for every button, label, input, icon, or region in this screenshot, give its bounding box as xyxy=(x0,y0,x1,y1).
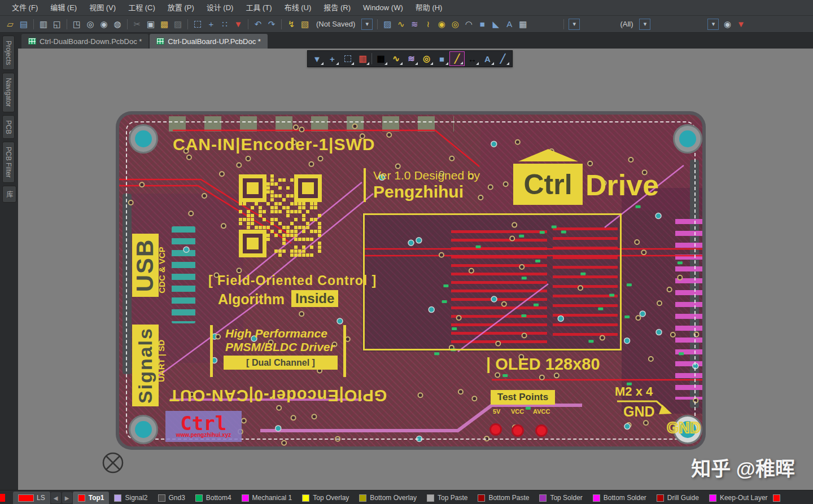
hatch-icon[interactable]: ▨ xyxy=(381,18,394,30)
measure-icon[interactable]: ▥ xyxy=(355,51,370,66)
filter-clear2-icon[interactable]: ▼ xyxy=(735,18,747,30)
funnel-icon[interactable]: ▼ xyxy=(309,51,325,66)
menu-tools[interactable]: 工具 (T) xyxy=(239,0,278,16)
silk-oled: | OLED 128x80 xyxy=(486,355,600,374)
place-line-icon[interactable]: ╱ xyxy=(495,51,510,66)
variant-dropdown[interactable]: ▾ xyxy=(569,19,580,30)
menu-design[interactable]: 设计 (D) xyxy=(200,0,240,16)
brand-sticker: Ctrl www.pengzhihui.xyz xyxy=(165,411,242,442)
layer-tab-bottom-paste[interactable]: Bottom Paste xyxy=(473,492,534,504)
zoom-document-icon[interactable]: ◳ xyxy=(71,18,83,30)
select-rect-icon[interactable] xyxy=(340,51,355,66)
layer-tab-bar: LS ◀ ▶ Top1 Signal2 Gnd3 Bottom4 Mechani… xyxy=(0,490,813,504)
layer-tab-top-overlay[interactable]: Top Overlay xyxy=(297,492,354,504)
place-track-icon[interactable]: ╱ xyxy=(449,51,465,66)
select-area-icon[interactable] xyxy=(191,18,204,30)
interactive-route-icon[interactable]: ∿ xyxy=(395,18,407,30)
panel-tab-library[interactable]: 库 xyxy=(2,186,16,203)
layer-tab-top-paste[interactable]: Top Paste xyxy=(422,492,473,504)
layer-tab-top-solder[interactable]: Top Solder xyxy=(534,492,587,504)
grid-dropdown[interactable]: ▾ xyxy=(361,19,373,30)
menu-edit[interactable]: 编辑 (E) xyxy=(44,0,83,16)
menu-reports[interactable]: 报告 (R) xyxy=(317,0,357,16)
panel-tab-pcb-filter[interactable]: PCB Filter xyxy=(2,142,15,183)
layer-tab-mechanical1[interactable]: Mechanical 1 xyxy=(237,492,298,504)
layer-set-tab[interactable]: LS xyxy=(13,492,50,504)
move-cross-icon[interactable]: + xyxy=(325,51,340,66)
string-icon[interactable]: A xyxy=(503,18,515,30)
zoom-pointer-icon[interactable]: ◍ xyxy=(111,18,124,30)
filter-dropdown[interactable]: ▾ xyxy=(707,19,719,30)
layer-tab-gnd3[interactable]: Gnd3 xyxy=(153,492,190,504)
oled-footprint xyxy=(363,213,622,350)
component-icon[interactable]: ▦ xyxy=(517,18,529,30)
multi-route-icon[interactable]: ≀ xyxy=(422,18,434,30)
layer-tab-bottom4[interactable]: Bottom4 xyxy=(190,492,237,504)
scope-label: (All) xyxy=(620,20,633,28)
redo-icon[interactable]: ↷ xyxy=(265,18,278,30)
diff-pair-route-icon[interactable]: ≋ xyxy=(408,18,421,30)
copy-icon[interactable]: ▣ xyxy=(145,18,157,30)
grid-status: (Not Saved) xyxy=(316,20,355,28)
menu-place[interactable]: 放置 (P) xyxy=(161,0,200,16)
silk-footer: GPIO|Encoder-0|CAN-OUT xyxy=(169,386,387,405)
polygon-pour-icon[interactable]: ■ xyxy=(434,51,449,66)
print-preview-icon[interactable]: ◱ xyxy=(51,18,63,30)
polygon-icon[interactable]: ◣ xyxy=(489,18,502,30)
silk-header: CAN-IN|Encoder-1|SWD xyxy=(173,135,375,154)
pad-icon[interactable]: ◉ xyxy=(435,18,448,30)
menu-file[interactable]: 文件 (F) xyxy=(6,0,44,16)
layer-tab-bottom-solder[interactable]: Bottom Solder xyxy=(588,492,652,504)
fill-icon[interactable]: ■ xyxy=(476,18,488,30)
move-icon[interactable]: + xyxy=(205,18,217,30)
paste-special-icon[interactable]: ▨ xyxy=(172,18,184,30)
drc-bolt-icon[interactable]: ↯ xyxy=(285,18,298,30)
layer-tab-keepout[interactable]: Keep-Out Layer xyxy=(704,492,773,504)
layer-tab-bottom-overlay[interactable]: Bottom Overlay xyxy=(354,492,422,504)
panel-tab-pcb[interactable]: PCB xyxy=(2,115,15,139)
browse-library-icon[interactable]: ▧ xyxy=(299,18,311,30)
silk-algorithm: Algorithm xyxy=(218,291,285,308)
dimension-icon[interactable]: ↔ xyxy=(465,51,480,66)
scroll-right-icon[interactable]: ▶ xyxy=(62,492,72,503)
layer-tab-top1[interactable]: Top1 xyxy=(73,492,110,504)
via-icon[interactable]: ◎ xyxy=(449,18,461,30)
paste-icon[interactable]: ▩ xyxy=(158,18,171,30)
clear-filter-icon[interactable]: ▼ xyxy=(232,18,244,30)
menu-bar: 文件 (F) 编辑 (E) 视图 (V) 工程 (C) 放置 (P) 设计 (D… xyxy=(0,0,813,16)
layer-tab-signal2[interactable]: Signal2 xyxy=(109,492,152,504)
undo-icon[interactable]: ↶ xyxy=(252,18,264,30)
save-icon[interactable]: ▤ xyxy=(18,18,30,30)
route-icon[interactable]: ∿ xyxy=(388,51,404,66)
main-toolbar: ▱ ▤ ▥ ◱ ◳ ◎ ◉ ◍ ✂ ▣ ▩ ▨ + ∷ ▼ ↶ ↷ ↯ ▧ (N… xyxy=(0,16,813,33)
zoom-area-icon[interactable]: ◎ xyxy=(84,18,97,30)
filter-select-icon[interactable]: ◉ xyxy=(721,18,733,30)
scope-dropdown[interactable]: ▾ xyxy=(639,19,650,30)
scroll-left-icon[interactable]: ◀ xyxy=(51,492,61,503)
layer-tab-drill-guide[interactable]: Drill Guide xyxy=(652,492,704,504)
place-via-icon[interactable]: ◎ xyxy=(419,51,434,66)
align-icon[interactable]: ∷ xyxy=(218,18,231,30)
diff-pair-icon[interactable]: ≋ xyxy=(404,51,419,66)
open-icon[interactable]: ▱ xyxy=(4,18,16,30)
pcb-board-surface: CAN-IN|Encoder-1|SWD Ver 1.0 Designed by… xyxy=(119,115,702,446)
arc-icon[interactable]: ◠ xyxy=(462,18,475,30)
place-component-icon[interactable]: ▦ xyxy=(373,51,388,66)
menu-project[interactable]: 工程 (C) xyxy=(122,0,161,16)
menu-window[interactable]: Window (W) xyxy=(357,0,409,16)
tab-dualboard-up[interactable]: Ctrl-DualBoard-UP.PcbDoc * xyxy=(150,34,268,49)
menu-route[interactable]: 布线 (U) xyxy=(278,0,318,16)
menu-help[interactable]: 帮助 (H) xyxy=(409,0,449,16)
menu-view[interactable]: 视图 (V) xyxy=(83,0,122,16)
panel-tab-projects[interactable]: Projects xyxy=(2,36,15,70)
left-panel-tabs: Projects Navigator PCB PCB Filter 库 xyxy=(0,33,18,490)
zoom-selected-icon[interactable]: ◉ xyxy=(98,18,110,30)
panel-tab-navigator[interactable]: Navigator xyxy=(2,73,15,112)
pcb-canvas[interactable]: ▼ + ▥ ▦ ∿ ≋ ◎ ■ ╱ ↔ A ╱ xyxy=(18,49,813,490)
cut-icon[interactable]: ✂ xyxy=(131,18,143,30)
silk-tp-avcc: AVCC xyxy=(533,408,550,415)
print-icon[interactable]: ▥ xyxy=(37,18,50,30)
place-text-icon[interactable]: A xyxy=(480,51,495,66)
tab-dualboard-down[interactable]: Ctrl-DualBoard-Down.PcbDoc * xyxy=(21,34,148,49)
silk-test-points: Test Points xyxy=(491,390,555,405)
